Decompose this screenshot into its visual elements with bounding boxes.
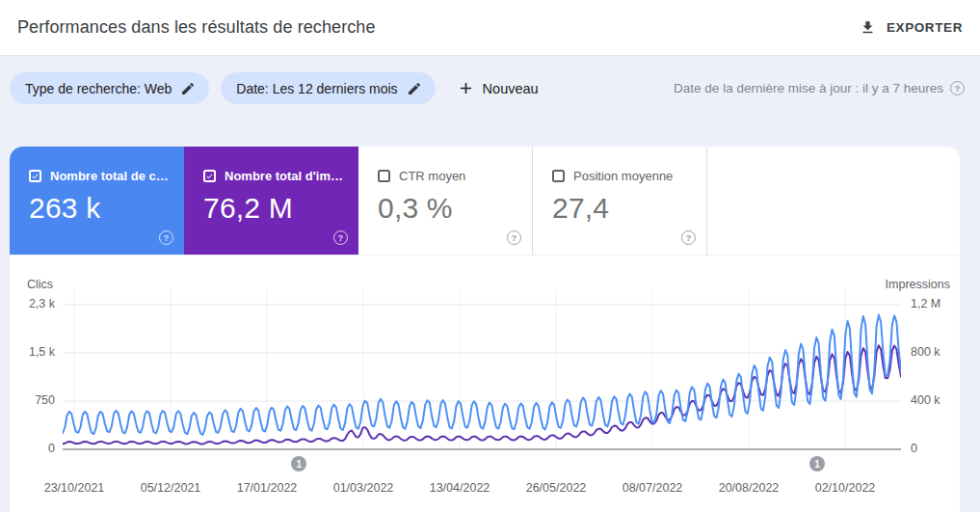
metric-label: Nombre total de c… [50, 169, 169, 183]
filter-bar: Type de recherche: Web Date: Les 12 dern… [0, 56, 980, 104]
left-axis-tick: 1,5 k [14, 345, 55, 359]
right-axis-tick: 1,2 M [911, 297, 951, 310]
metric-value: 263 k [29, 192, 169, 225]
date-filter-chip[interactable]: Date: Les 12 derniers mois [221, 72, 435, 104]
edit-icon [407, 81, 422, 96]
x-axis-tick: 08/07/2022 [622, 481, 683, 495]
metric-value: 0,3 % [378, 192, 516, 225]
position-checkbox[interactable] [552, 170, 565, 182]
metric-tile-1[interactable]: Nombre total d'im… 76,2 M ? [184, 147, 358, 255]
metric-value: 27,4 [552, 192, 691, 225]
edit-icon [180, 81, 196, 96]
header: Performances dans les résultats de reche… [0, 0, 980, 56]
impressions-checkbox[interactable] [203, 170, 216, 182]
annotation-marker[interactable]: 1 [291, 456, 306, 472]
help-icon[interactable]: ? [681, 230, 696, 245]
clicks-checkbox[interactable] [29, 170, 41, 182]
right-axis-tick: 0 [911, 442, 951, 455]
left-axis-tick: 0 [14, 442, 55, 455]
x-axis-tick: 05/12/2021 [141, 481, 201, 495]
plus-icon [457, 79, 475, 97]
left-axis-tick: 750 [14, 393, 55, 407]
page-title: Performances dans les résultats de reche… [17, 17, 376, 38]
download-icon [860, 19, 876, 36]
x-axis-tick: 20/08/2022 [719, 481, 780, 495]
ctr-checkbox[interactable] [378, 170, 390, 182]
new-filter-label: Nouveau [483, 81, 539, 96]
right-axis-tick: 800 k [911, 345, 951, 359]
help-icon[interactable]: ? [159, 230, 173, 245]
metric-label: CTR moyen [399, 169, 465, 183]
search-type-chip-label: Type de recherche: Web [25, 81, 172, 96]
metric-label: Position moyenne [573, 169, 673, 183]
x-axis-tick: 02/10/2022 [815, 481, 876, 495]
last-update-text: Date de la dernière mise à jour : il y a… [674, 81, 943, 95]
metric-tile-3[interactable]: Position moyenne 27,4 ? [533, 147, 707, 255]
metric-tile-0[interactable]: Nombre total de c… 263 k ? [10, 147, 184, 255]
metric-tiles: Nombre total de c… 263 k ? Nombre total … [10, 147, 960, 256]
metric-label: Nombre total d'im… [225, 169, 343, 183]
annotation-marker[interactable]: 1 [809, 456, 825, 472]
left-axis-title: Clics [27, 278, 53, 291]
right-axis-tick: 400 k [911, 393, 951, 407]
performance-card: Nombre total de c… 263 k ? Nombre total … [10, 147, 960, 512]
line-chart-plot[interactable] [63, 289, 901, 453]
help-icon[interactable]: ? [333, 230, 348, 245]
x-axis-tick: 01/03/2022 [333, 481, 394, 495]
x-axis-tick: 26/05/2022 [526, 481, 587, 495]
export-button[interactable]: EXPORTER [860, 19, 963, 36]
search-type-chip[interactable]: Type de recherche: Web [10, 72, 209, 104]
metric-tile-2[interactable]: CTR moyen 0,3 % ? [358, 147, 533, 255]
x-axis-tick: 13/04/2022 [430, 481, 490, 495]
last-update-info: Date de la dernière mise à jour : il y a… [674, 81, 965, 95]
export-label: EXPORTER [887, 20, 963, 35]
date-filter-chip-label: Date: Les 12 derniers mois [236, 81, 397, 96]
help-icon[interactable]: ? [950, 81, 965, 95]
metric-value: 76,2 M [203, 192, 343, 225]
help-icon[interactable]: ? [507, 230, 521, 245]
x-axis-tick: 23/10/2021 [44, 481, 105, 495]
performance-chart: Clics Impressions 2,3 k 1,5 k 750 0 1,2 … [10, 256, 960, 512]
new-filter-button[interactable]: Nouveau [457, 79, 539, 97]
left-axis-tick: 2,3 k [14, 297, 55, 310]
x-axis-tick: 17/01/2022 [237, 481, 298, 495]
